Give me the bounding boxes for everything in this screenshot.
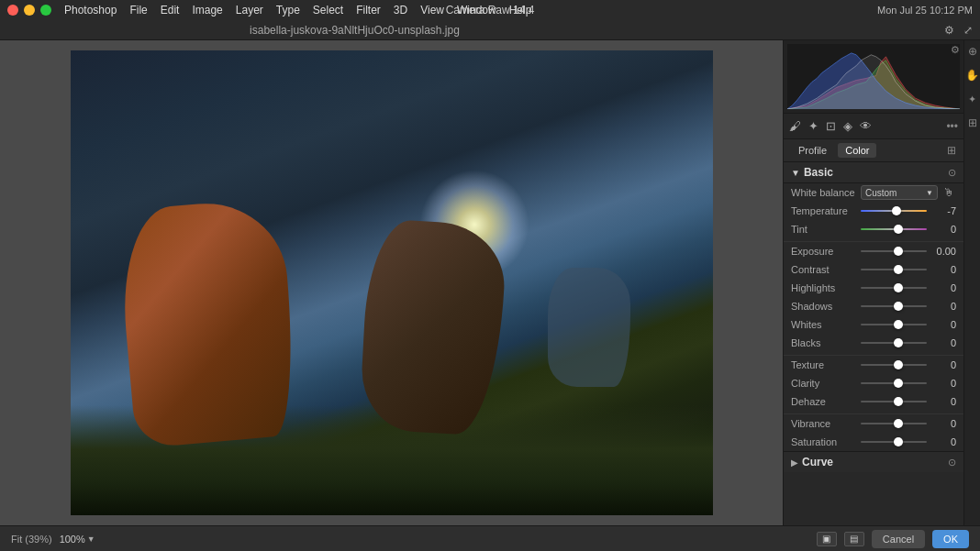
shadows-value: 0 bbox=[930, 301, 956, 312]
tint-slider[interactable] bbox=[861, 223, 927, 236]
basic-section-header[interactable]: ▼ Basic ⊙ bbox=[784, 162, 963, 183]
close-button[interactable] bbox=[7, 5, 18, 16]
dehaze-thumb[interactable] bbox=[894, 397, 903, 406]
hand-tool-icon[interactable]: ✋ bbox=[965, 68, 980, 83]
histogram-chart bbox=[787, 44, 960, 109]
vibrance-label: Vibrance bbox=[791, 418, 857, 429]
histogram-settings-icon[interactable]: ⚙ bbox=[951, 44, 960, 56]
highlights-label: Highlights bbox=[791, 282, 857, 293]
split-view-button[interactable]: ▤ bbox=[844, 532, 864, 546]
whites-thumb[interactable] bbox=[894, 320, 903, 329]
clarity-value: 0 bbox=[930, 378, 956, 389]
texture-thumb[interactable] bbox=[894, 360, 903, 369]
tint-value: 0 bbox=[930, 224, 956, 235]
menu-layer[interactable]: Layer bbox=[230, 2, 269, 18]
menu-file[interactable]: File bbox=[124, 2, 152, 18]
temperature-thumb[interactable] bbox=[892, 206, 901, 215]
temperature-value: -7 bbox=[930, 205, 956, 216]
eye-tool-icon[interactable]: 👁 bbox=[860, 119, 872, 133]
saturation-value: 0 bbox=[930, 436, 956, 447]
window-title: Camera Raw 14.4 bbox=[446, 4, 535, 17]
menu-image[interactable]: Image bbox=[186, 2, 228, 18]
brush-tool-icon[interactable]: 🖌 bbox=[789, 119, 801, 133]
tab-profile[interactable]: Profile bbox=[791, 143, 834, 158]
curve-section-header[interactable]: ▶ Curve ⊙ bbox=[784, 451, 963, 472]
shadows-label: Shadows bbox=[791, 301, 857, 312]
tab-color[interactable]: Color bbox=[838, 143, 876, 158]
contrast-thumb[interactable] bbox=[894, 265, 903, 274]
clarity-slider[interactable] bbox=[861, 377, 927, 390]
dehaze-slider[interactable] bbox=[861, 395, 927, 408]
grid-view-icon[interactable]: ⊞ bbox=[947, 144, 956, 157]
saturation-thumb[interactable] bbox=[894, 437, 903, 446]
clarity-thumb[interactable] bbox=[894, 379, 903, 388]
expand-icon[interactable]: ⤢ bbox=[963, 24, 973, 37]
single-view-button[interactable]: ▣ bbox=[817, 532, 837, 546]
highlights-track bbox=[861, 287, 927, 289]
maximize-button[interactable] bbox=[40, 5, 51, 16]
basic-section-settings-icon[interactable]: ⊙ bbox=[948, 167, 956, 179]
dehaze-track bbox=[861, 401, 927, 402]
zoom-tool-icon[interactable]: ⊕ bbox=[965, 44, 980, 59]
dehaze-value: 0 bbox=[930, 396, 956, 407]
grid-tool-icon[interactable]: ⊞ bbox=[965, 116, 980, 130]
tabs-row: Profile Color ⊞ bbox=[784, 139, 963, 162]
shadows-slider[interactable] bbox=[861, 300, 927, 313]
vibrance-slider[interactable] bbox=[861, 417, 927, 430]
ok-button[interactable]: OK bbox=[932, 530, 969, 548]
horse-background bbox=[548, 268, 630, 387]
histogram-area: ⚙ bbox=[784, 40, 963, 114]
blacks-slider[interactable] bbox=[861, 336, 927, 349]
eyedropper-icon[interactable]: 🖰 bbox=[941, 185, 956, 200]
basic-section-title: Basic bbox=[804, 166, 833, 179]
chevron-down-icon: ▼ bbox=[926, 189, 933, 197]
highlights-thumb[interactable] bbox=[894, 283, 903, 292]
saturation-row: Saturation 0 bbox=[784, 433, 963, 451]
heal-tool-icon[interactable]: ✦ bbox=[808, 119, 819, 133]
clarity-track bbox=[861, 382, 927, 384]
vibrance-track bbox=[861, 423, 927, 424]
minimize-button[interactable] bbox=[24, 5, 35, 16]
exposure-slider[interactable] bbox=[861, 245, 927, 258]
tools-row: 🖌 ✦ ⊡ ◈ 👁 ••• bbox=[784, 114, 963, 139]
zoom-dropdown-arrow[interactable]: ▼ bbox=[87, 534, 95, 544]
whites-track bbox=[861, 324, 927, 325]
temperature-slider[interactable] bbox=[861, 204, 927, 217]
photo-image bbox=[71, 50, 713, 515]
horse-left bbox=[116, 197, 301, 449]
filter-tool-icon[interactable]: ◈ bbox=[843, 119, 852, 133]
contrast-slider[interactable] bbox=[861, 263, 927, 276]
saturation-track bbox=[861, 441, 927, 443]
dehaze-label: Dehaze bbox=[791, 396, 857, 407]
saturation-slider[interactable] bbox=[861, 435, 927, 448]
menu-3d[interactable]: 3D bbox=[388, 2, 413, 18]
menu-edit[interactable]: Edit bbox=[155, 2, 185, 18]
title-bar: Photoshop File Edit Image Layer Type Sel… bbox=[0, 0, 980, 20]
shadows-thumb[interactable] bbox=[894, 302, 903, 311]
zoom-percent: 100% ▼ bbox=[60, 534, 95, 545]
whites-slider[interactable] bbox=[861, 318, 927, 331]
exposure-row: Exposure 0.00 bbox=[784, 242, 963, 260]
menu-view[interactable]: View bbox=[415, 2, 450, 18]
right-panel: ⚙ 🖌 ✦ ⊡ ◈ 👁 ••• Profile Color ⊞ bbox=[783, 40, 963, 525]
exposure-value: 0.00 bbox=[930, 246, 956, 257]
bottom-bar: Fit (39%) 100% ▼ ▣ ▤ Cancel OK bbox=[0, 525, 980, 551]
exposure-label: Exposure bbox=[791, 246, 857, 257]
menu-filter[interactable]: Filter bbox=[351, 2, 386, 18]
menu-type[interactable]: Type bbox=[271, 2, 306, 18]
highlights-slider[interactable] bbox=[861, 281, 927, 294]
blacks-thumb[interactable] bbox=[894, 338, 903, 347]
more-tools-icon[interactable]: ••• bbox=[946, 120, 958, 133]
crop-tool-icon[interactable]: ⊡ bbox=[826, 119, 836, 133]
right-side: ⚙ 🖌 ✦ ⊡ ◈ 👁 ••• Profile Color ⊞ bbox=[783, 40, 980, 525]
settings-icon[interactable]: ⚙ bbox=[944, 24, 954, 37]
tint-thumb[interactable] bbox=[894, 225, 903, 234]
wb-select[interactable]: Custom ▼ bbox=[861, 185, 938, 200]
menu-select[interactable]: Select bbox=[307, 2, 349, 18]
curve-settings-icon[interactable]: ⊙ bbox=[948, 457, 956, 468]
exposure-thumb[interactable] bbox=[894, 247, 903, 256]
vibrance-thumb[interactable] bbox=[894, 419, 903, 428]
color-sample-icon[interactable]: ✦ bbox=[965, 92, 980, 106]
texture-slider[interactable] bbox=[861, 358, 927, 371]
cancel-button[interactable]: Cancel bbox=[872, 530, 925, 548]
